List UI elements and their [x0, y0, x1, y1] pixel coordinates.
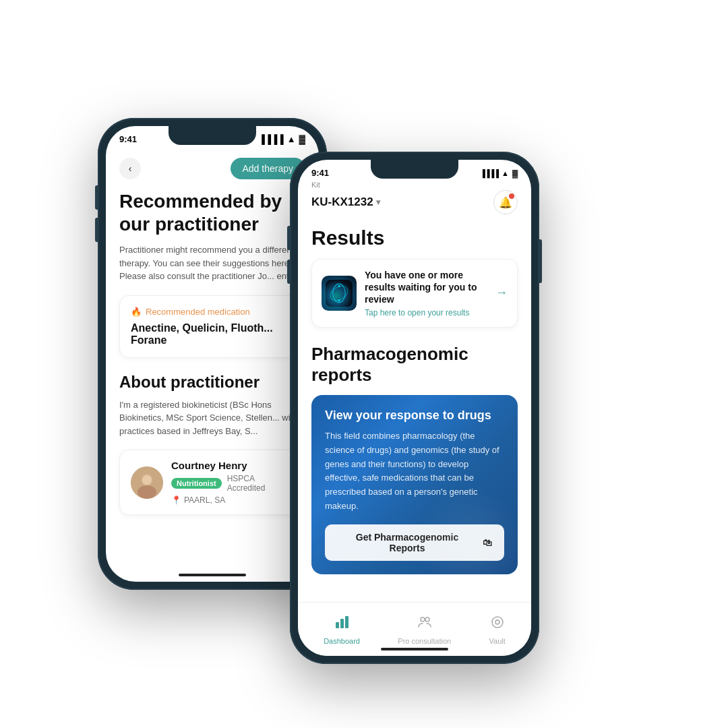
- svg-rect-9: [336, 622, 339, 628]
- vault-label: Vault: [489, 637, 506, 645]
- results-title: Results: [311, 226, 518, 249]
- practitioner-location: 📍 PAARL, SA: [171, 495, 294, 505]
- bag-icon: 🛍: [483, 537, 492, 548]
- about-practitioner-title: About practitioner: [119, 373, 305, 392]
- notification-dot: [509, 193, 514, 199]
- location-icon: 📍: [171, 495, 181, 505]
- practitioner-avatar: [131, 466, 163, 499]
- pharma-cta-label: Get Pharmacogenomic Reports: [337, 532, 477, 553]
- back-chevron-icon: ‹: [129, 163, 132, 174]
- recommended-label-text: Recommended medication: [146, 307, 250, 317]
- hspca-text: HSPCA Accredited: [227, 474, 294, 493]
- results-card-subtitle: Tap here to open your results: [365, 308, 487, 317]
- volume-down-button: [95, 218, 98, 242]
- back-phone-screen: 9:41 ▐▐▐▐ ▲ ▓ ‹ Add therapy Recommended …: [106, 126, 319, 582]
- pharma-section-title: Pharmacogenomic reports: [311, 344, 518, 386]
- kit-id[interactable]: KU-KX1232 ▾: [311, 195, 380, 209]
- chevron-down-icon: ▾: [376, 198, 380, 207]
- dna-illustration: [326, 280, 353, 307]
- wifi-icon: ▲: [287, 134, 296, 144]
- nav-dashboard[interactable]: Dashboard: [324, 614, 360, 645]
- svg-point-8: [338, 299, 340, 301]
- svg-point-12: [421, 617, 425, 621]
- front-status-icons: ▐▐▐▐ ▲ ▓: [480, 169, 518, 177]
- back-button[interactable]: ‹: [119, 158, 141, 179]
- svg-rect-11: [345, 616, 348, 628]
- nav-vault[interactable]: Vault: [489, 614, 506, 645]
- recommended-subtitle: Practitioner might recommend you a diffe…: [119, 243, 305, 283]
- kit-label: Kit: [311, 181, 518, 189]
- svg-point-16: [497, 619, 498, 621]
- signal-icon: ▐▐▐▐: [259, 134, 284, 144]
- svg-point-2: [138, 485, 156, 499]
- front-wifi-icon: ▲: [502, 169, 509, 177]
- front-notch: [371, 160, 458, 179]
- practitioner-card[interactable]: Courtney Henry Nutritionist HSPCA Accred…: [119, 450, 305, 515]
- pharmacogenomic-card: View your response to drugs This field c…: [311, 395, 518, 574]
- results-card-title: You have one or more results waiting for…: [365, 269, 487, 306]
- front-phone-content: Kit KU-KX1232 ▾ 🔔 Results: [298, 181, 531, 574]
- status-icons: ▐▐▐▐ ▲ ▓: [259, 134, 305, 144]
- pro-consultation-label: Pro consultation: [398, 637, 451, 645]
- kit-header: KU-KX1232 ▾ 🔔: [311, 190, 518, 214]
- dashboard-label: Dashboard: [324, 637, 360, 645]
- home-indicator: [179, 574, 246, 576]
- front-battery-icon: ▓: [512, 169, 518, 177]
- recommended-label: 🔥 Recommended medication: [131, 307, 294, 317]
- nav-pro-consultation[interactable]: Pro consultation: [398, 614, 451, 645]
- results-card-text: You have one or more results waiting for…: [365, 269, 487, 317]
- front-power-button: [539, 239, 542, 283]
- front-phone-screen: 9:41 ▐▐▐▐ ▲ ▓ Kit KU-KX1232 ▾ 🔔: [298, 160, 531, 656]
- notification-bell-button[interactable]: 🔔: [493, 190, 518, 214]
- front-home-indicator: [381, 648, 448, 650]
- notch: [169, 126, 256, 145]
- kit-id-text: KU-KX1232: [311, 195, 373, 209]
- front-volume-up-button: [287, 226, 290, 250]
- front-volume-down-button: [287, 260, 290, 284]
- results-thumbnail: [322, 276, 357, 311]
- volume-up-button: [95, 185, 98, 210]
- practitioner-info: Courtney Henry Nutritionist HSPCA Accred…: [171, 460, 294, 505]
- scene: 9:41 ▐▐▐▐ ▲ ▓ ‹ Add therapy Recommended …: [0, 0, 728, 728]
- pharma-card-title: View your response to drugs: [325, 408, 504, 423]
- dashboard-icon: [334, 614, 350, 634]
- recommended-medication-card: 🔥 Recommended medication Anectine, Queli…: [119, 295, 305, 358]
- avatar-illustration: [131, 466, 163, 499]
- svg-rect-10: [340, 619, 344, 628]
- pharma-card-body: This field combines pharmacology (the sc…: [325, 429, 504, 514]
- front-time-display: 9:41: [311, 168, 329, 178]
- results-arrow-icon: →: [495, 286, 508, 300]
- pro-consultation-icon: [417, 614, 433, 634]
- results-notification-card[interactable]: You have one or more results waiting for…: [311, 259, 518, 328]
- phone-front: 9:41 ▐▐▐▐ ▲ ▓ Kit KU-KX1232 ▾ 🔔: [290, 152, 539, 664]
- svg-point-13: [425, 617, 429, 621]
- battery-icon: ▓: [299, 134, 305, 144]
- svg-point-7: [338, 284, 340, 286]
- back-header: ‹ Add therapy: [119, 152, 305, 190]
- nutritionist-badge: Nutritionist: [171, 478, 222, 489]
- practitioner-name: Courtney Henry: [171, 460, 294, 471]
- location-text: PAARL, SA: [184, 495, 225, 505]
- time-display: 9:41: [119, 134, 137, 144]
- fire-icon: 🔥: [131, 307, 142, 317]
- back-phone-content: ‹ Add therapy Recommended by our practit…: [106, 152, 319, 515]
- practitioner-badge-row: Nutritionist HSPCA Accredited: [171, 474, 294, 493]
- svg-point-14: [492, 617, 503, 628]
- get-pharma-reports-button[interactable]: Get Pharmacogenomic Reports 🛍: [325, 524, 504, 561]
- front-signal-icon: ▐▐▐▐: [480, 169, 498, 177]
- about-practitioner-text: I'm a registered biokineticist (BSc Hons…: [119, 398, 305, 438]
- vault-icon: [489, 614, 506, 634]
- medication-names: Anectine, Quelicin, Fluoth... Forane: [131, 322, 294, 346]
- recommended-title: Recommended by our practitioner: [119, 190, 305, 235]
- svg-point-3: [142, 475, 152, 485]
